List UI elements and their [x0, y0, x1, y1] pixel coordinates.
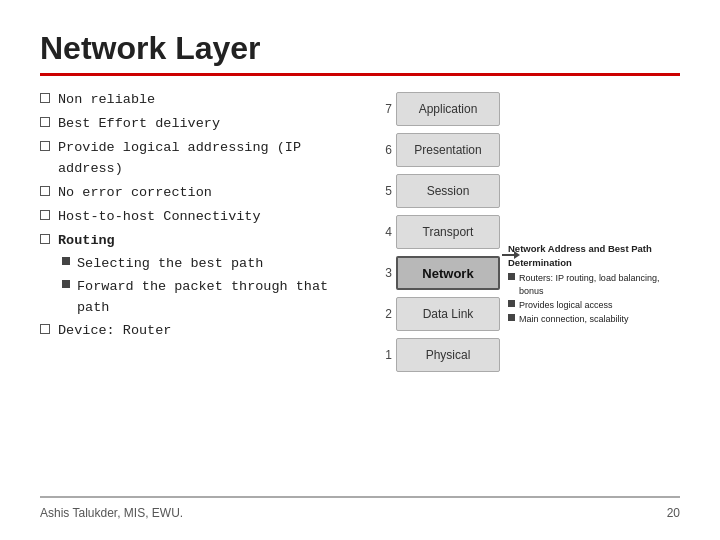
bullet-list: Non reliableBest Effort deliveryProvide …: [40, 90, 360, 488]
bullet-item: No error correction: [40, 183, 360, 204]
bullet-item: Non reliable: [40, 90, 360, 111]
osi-row: 6Presentation: [370, 131, 500, 169]
annotation-line: Main connection, scalability: [508, 313, 683, 326]
page-title: Network Layer: [40, 30, 680, 67]
osi-row: 3Network: [370, 254, 500, 292]
osi-layer-box: Network: [396, 256, 500, 290]
content-area: Non reliableBest Effort deliveryProvide …: [40, 90, 680, 488]
bullet-square-icon: [40, 324, 50, 334]
osi-layer-number: 3: [370, 266, 392, 280]
annotation-line-text: Routers: IP routing, load balancing, bon…: [519, 272, 683, 298]
slide: Network Layer Non reliableBest Effort de…: [0, 0, 720, 540]
osi-layer-box: Transport: [396, 215, 500, 249]
bullet-item: Routing: [40, 231, 360, 252]
bullet-square-icon: [40, 210, 50, 220]
osi-layer-box: Physical: [396, 338, 500, 372]
bullet-item: Device: Router: [40, 321, 360, 342]
footer-left: Ashis Talukder, MIS, EWU.: [40, 506, 183, 520]
footer-right: 20: [667, 506, 680, 520]
bullet-text: Routing: [58, 231, 360, 252]
osi-row: 4Transport: [370, 213, 500, 251]
bullet-square-icon: [40, 93, 50, 103]
osi-layer-number: 1: [370, 348, 392, 362]
osi-row: 2Data Link: [370, 295, 500, 333]
annotation-line-text: Main connection, scalability: [519, 313, 629, 326]
osi-layers: 7Application6Presentation5Session4Transp…: [370, 90, 500, 488]
annotation-line: Provides logical access: [508, 299, 683, 312]
osi-layer-box: Application: [396, 92, 500, 126]
sub-bullet-square-icon: [62, 280, 70, 288]
bullet-item: Host-to-host Connectivity: [40, 207, 360, 228]
annotation-bullet-icon: [508, 300, 515, 307]
footer: Ashis Talukder, MIS, EWU. 20: [40, 496, 680, 520]
sub-bullet-item: Forward the packet through that path: [62, 277, 360, 319]
bullet-text: Device: Router: [58, 321, 360, 342]
annotation-line: Routers: IP routing, load balancing, bon…: [508, 272, 683, 298]
osi-layer-number: 7: [370, 102, 392, 116]
osi-row: 5Session: [370, 172, 500, 210]
annotation-title: Network Address and Best Path Determinat…: [508, 242, 683, 270]
osi-layer-number: 5: [370, 184, 392, 198]
bullet-square-icon: [40, 117, 50, 127]
osi-layer-number: 4: [370, 225, 392, 239]
sub-bullet-text: Selecting the best path: [77, 254, 263, 275]
osi-row: 7Application: [370, 90, 500, 128]
bullet-item: Best Effort delivery: [40, 114, 360, 135]
bullet-square-icon: [40, 186, 50, 196]
osi-layer-number: 6: [370, 143, 392, 157]
sub-bullet-item: Selecting the best path: [62, 254, 360, 275]
annotation-box: Network Address and Best Path Determinat…: [508, 242, 683, 327]
bullet-text: No error correction: [58, 183, 360, 204]
osi-layer-box: Data Link: [396, 297, 500, 331]
bullet-square-icon: [40, 141, 50, 151]
annotation-line-text: Provides logical access: [519, 299, 613, 312]
sub-bullet-text: Forward the packet through that path: [77, 277, 360, 319]
bullet-item: Provide logical addressing (IP address): [40, 138, 360, 180]
bullet-text: Best Effort delivery: [58, 114, 360, 135]
annotation-bullet-icon: [508, 273, 515, 280]
bullet-text: Non reliable: [58, 90, 360, 111]
osi-layer-box: Session: [396, 174, 500, 208]
title-divider: [40, 73, 680, 76]
osi-layer-number: 2: [370, 307, 392, 321]
osi-row: 1Physical: [370, 336, 500, 374]
bullet-text: Host-to-host Connectivity: [58, 207, 360, 228]
osi-layer-box: Presentation: [396, 133, 500, 167]
bullet-text: Provide logical addressing (IP address): [58, 138, 360, 180]
annotation-bullet-icon: [508, 314, 515, 321]
sub-bullet-square-icon: [62, 257, 70, 265]
osi-diagram-area: 7Application6Presentation5Session4Transp…: [370, 90, 680, 488]
bullet-square-icon: [40, 234, 50, 244]
